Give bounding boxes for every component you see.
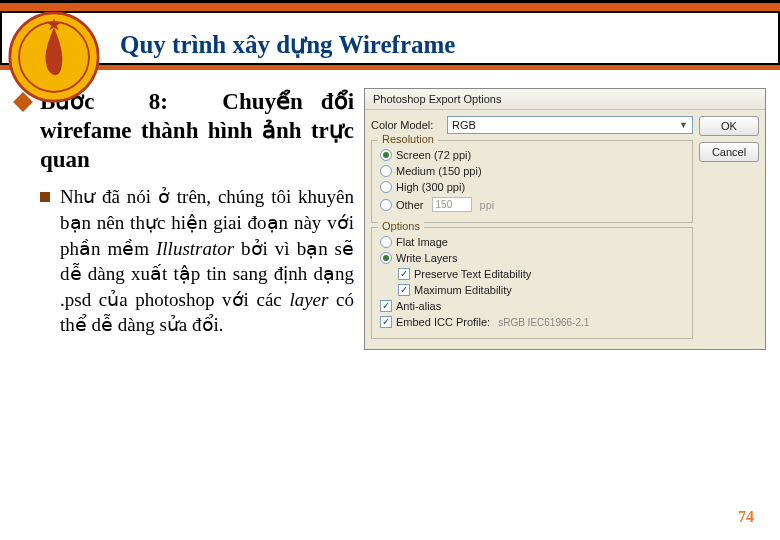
color-model-label: Color Model:	[371, 119, 441, 131]
resolution-group: Resolution Screen (72 ppi) Medium (150 p…	[371, 140, 693, 223]
options-group: Options Flat Image Write Layers ✓Preserv…	[371, 227, 693, 339]
radio-write-layers[interactable]	[380, 252, 392, 264]
ok-button[interactable]: OK	[699, 116, 759, 136]
slide-title: Quy trình xây dựng Wireframe	[120, 30, 455, 59]
other-ppi-input[interactable]: 150	[432, 197, 472, 212]
radio-medium[interactable]	[380, 165, 392, 177]
dialog-title: Photoshop Export Options	[365, 89, 765, 110]
options-legend: Options	[378, 220, 424, 232]
chevron-down-icon: ▼	[679, 120, 688, 130]
check-embed-icc[interactable]: ✓	[380, 316, 392, 328]
check-antialias[interactable]: ✓	[380, 300, 392, 312]
square-bullet-icon	[40, 192, 50, 202]
bullet-paragraph: Như đã nói ở trên, chúng tôi khuyên bạn …	[60, 184, 354, 338]
page-number: 74	[738, 508, 754, 526]
resolution-legend: Resolution	[378, 133, 438, 145]
radio-other[interactable]	[380, 199, 392, 211]
radio-screen[interactable]	[380, 149, 392, 161]
check-max-editability[interactable]: ✓	[398, 284, 410, 296]
icc-profile-value: sRGB IEC61966-2.1	[498, 317, 589, 328]
radio-high[interactable]	[380, 181, 392, 193]
institution-logo	[8, 11, 100, 103]
radio-flat[interactable]	[380, 236, 392, 248]
cancel-button[interactable]: Cancel	[699, 142, 759, 162]
export-dialog: Photoshop Export Options Color Model: RG…	[364, 88, 766, 350]
check-preserve-text[interactable]: ✓	[398, 268, 410, 280]
color-model-select[interactable]: RGB ▼	[447, 116, 693, 134]
